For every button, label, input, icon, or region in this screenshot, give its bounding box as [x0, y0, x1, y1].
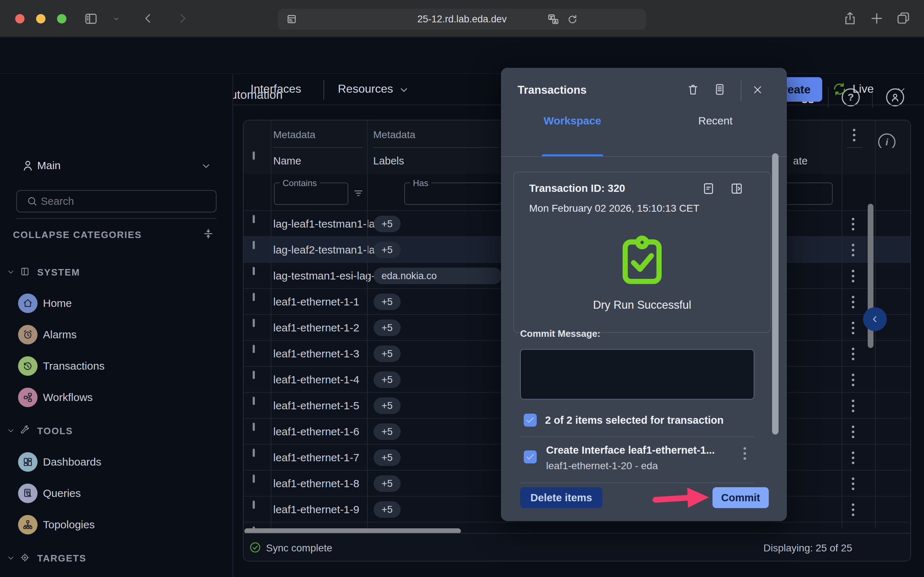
row-name[interactable]: leaf1-ethernet-1-7: [273, 445, 359, 471]
row-kebab-icon[interactable]: [852, 425, 855, 438]
row-labels-badge[interactable]: +5: [373, 319, 401, 336]
address-bar[interactable]: 25-12.rd.lab.eda.dev: [278, 9, 646, 29]
close-icon[interactable]: [751, 84, 764, 96]
collapse-categories[interactable]: COLLAPSE CATEGORIES: [0, 224, 231, 246]
reload-icon[interactable]: [567, 14, 578, 25]
row-checkbox[interactable]: [253, 423, 255, 431]
row-kebab-icon[interactable]: [852, 374, 855, 386]
sidebar-item-queries[interactable]: Queries: [0, 482, 231, 504]
name-filter-input[interactable]: Contains: [274, 182, 348, 205]
column-partial[interactable]: ate: [793, 155, 808, 167]
row-name[interactable]: leaf1-ethernet-1-4: [273, 367, 359, 393]
back-icon[interactable]: [142, 12, 155, 25]
transaction-log-icon[interactable]: [713, 83, 726, 96]
column-name[interactable]: Name: [273, 155, 301, 167]
sidebar-item-topologies[interactable]: Topologies: [0, 514, 231, 535]
sidebar-section-system[interactable]: SYSTEM: [0, 261, 231, 283]
row-checkbox[interactable]: [253, 345, 255, 353]
row-labels-badge[interactable]: +5: [373, 242, 401, 258]
select-all-checkbox[interactable]: [253, 152, 255, 160]
tab-interfaces[interactable]: Interfaces: [250, 82, 301, 95]
row-checkbox[interactable]: [253, 319, 255, 327]
sidebar-item-alarms[interactable]: Alarms: [0, 324, 231, 345]
trash-icon[interactable]: [687, 83, 699, 96]
row-name[interactable]: leaf1-ethernet-1-9: [273, 496, 359, 522]
commit-message-input[interactable]: [520, 349, 754, 400]
row-labels-badge[interactable]: eda.nokia.co: [373, 268, 502, 284]
sidebar-item-home[interactable]: Home: [0, 292, 231, 314]
row-name[interactable]: leaf1-ethernet-1-5: [273, 393, 359, 419]
row-kebab-icon[interactable]: [852, 477, 855, 490]
translate-icon[interactable]: [547, 13, 559, 26]
row-name[interactable]: leaf1-ethernet-1-8: [273, 471, 359, 496]
item-kebab-icon[interactable]: [743, 447, 746, 460]
row-kebab-icon[interactable]: [852, 503, 855, 516]
row-kebab-icon[interactable]: [852, 218, 855, 230]
diff-view-icon[interactable]: [702, 182, 716, 195]
row-checkbox[interactable]: [253, 397, 255, 405]
row-labels-badge[interactable]: +5: [373, 397, 401, 414]
panel-scrollbar[interactable]: [772, 153, 779, 435]
row-kebab-icon[interactable]: [852, 451, 855, 464]
row-name[interactable]: leaf1-ethernet-1-6: [273, 419, 359, 445]
row-kebab-icon[interactable]: [852, 244, 855, 256]
row-checkbox[interactable]: [253, 293, 255, 301]
row-labels-badge[interactable]: +5: [373, 475, 401, 492]
traffic-minimize-button[interactable]: [36, 14, 45, 23]
row-kebab-icon[interactable]: [852, 322, 855, 334]
row-checkbox[interactable]: [253, 267, 255, 275]
row-kebab-icon[interactable]: [852, 400, 855, 412]
forward-icon[interactable]: [176, 12, 189, 25]
row-checkbox[interactable]: [253, 475, 255, 483]
tab-recent[interactable]: Recent: [644, 115, 787, 127]
row-labels-badge[interactable]: +5: [373, 371, 401, 388]
new-tab-icon[interactable]: [869, 11, 884, 26]
row-name[interactable]: leaf1-ethernet-1-1: [273, 289, 359, 315]
sidebar-profile[interactable]: Main: [0, 155, 231, 177]
sidebar-item-transactions[interactable]: Transactions: [0, 355, 231, 377]
select-all-items-checkbox[interactable]: [524, 414, 537, 427]
row-labels-badge[interactable]: +5: [373, 423, 401, 440]
row-checkbox[interactable]: [253, 215, 255, 223]
split-view-icon[interactable]: [730, 182, 743, 195]
row-labels-badge[interactable]: +5: [373, 501, 401, 518]
transactions-panel: Transactions Workspace Recent Transactio…: [501, 68, 787, 521]
row-labels-badge[interactable]: +5: [373, 216, 401, 232]
tab-resources[interactable]: Resources: [338, 82, 393, 95]
sidebar-section-tools[interactable]: TOOLS: [0, 420, 231, 442]
row-kebab-icon[interactable]: [852, 348, 855, 360]
column-settings-kebab-icon[interactable]: [853, 129, 855, 141]
panel-collapse-handle[interactable]: [863, 307, 887, 331]
commit-button[interactable]: Commit: [712, 487, 769, 508]
filter-icon[interactable]: [352, 187, 365, 199]
traffic-zoom-button[interactable]: [57, 14, 66, 23]
live-chevron-icon[interactable]: [896, 84, 907, 95]
row-checkbox[interactable]: [253, 449, 255, 457]
row-kebab-icon[interactable]: [852, 296, 855, 308]
row-checkbox[interactable]: [253, 371, 255, 379]
row-labels-badge[interactable]: +5: [373, 449, 401, 466]
sidebar-section-targets[interactable]: TARGETS: [0, 547, 231, 569]
row-kebab-icon[interactable]: [852, 270, 855, 282]
sidebar-item-workflows[interactable]: Workflows: [0, 387, 231, 408]
row-checkbox[interactable]: [253, 241, 255, 249]
row-name[interactable]: leaf1-ethernet-1-3: [273, 341, 359, 367]
tab-workspace[interactable]: Workspace: [501, 115, 644, 127]
delete-items-button[interactable]: Delete items: [520, 487, 603, 508]
column-labels[interactable]: Labels: [373, 155, 404, 167]
row-labels-badge[interactable]: +5: [373, 345, 401, 362]
row-checkbox[interactable]: [253, 501, 255, 509]
traffic-close-button[interactable]: [15, 14, 24, 23]
row-labels-badge[interactable]: +5: [373, 293, 401, 310]
labels-filter-input[interactable]: Has: [404, 182, 502, 205]
toolbar-chevron-icon[interactable]: [113, 15, 120, 23]
sidebar-toggle-icon[interactable]: [84, 11, 98, 26]
item-checkbox[interactable]: [524, 450, 537, 463]
share-icon[interactable]: [842, 11, 858, 26]
tab-overview-icon[interactable]: [896, 11, 911, 26]
chevron-down-icon[interactable]: [399, 84, 409, 95]
collapse-icon[interactable]: [202, 227, 215, 240]
row-name[interactable]: leaf1-ethernet-1-2: [273, 315, 359, 341]
search-input[interactable]: [16, 190, 216, 213]
sidebar-item-dashboards[interactable]: Dashboards: [0, 451, 231, 473]
